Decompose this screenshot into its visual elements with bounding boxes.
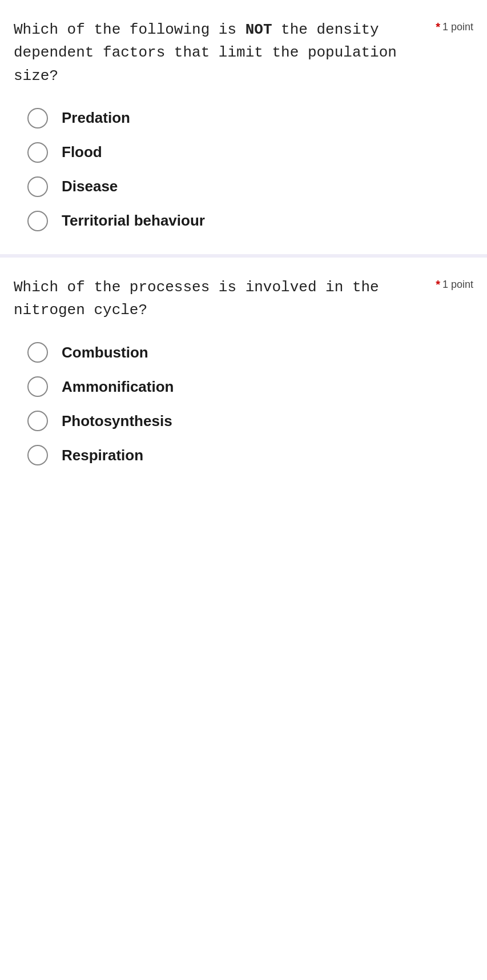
points-label-2: 1 point xyxy=(442,279,473,291)
option-q1-flood-label: Flood xyxy=(62,143,102,161)
radio-q1-disease[interactable] xyxy=(27,176,48,197)
question-2-points: * 1 point xyxy=(429,276,473,291)
required-star-2: * xyxy=(436,278,440,291)
option-q2-combustion-label: Combustion xyxy=(62,344,148,362)
radio-q1-flood[interactable] xyxy=(27,142,48,163)
question-1-not: NOT xyxy=(245,21,272,38)
question-1: Which of the following is NOT the densit… xyxy=(0,0,487,254)
question-2-options: Combustion Ammonification Photosynthesis… xyxy=(14,342,473,465)
option-q1-disease-label: Disease xyxy=(62,178,118,195)
option-q2-respiration[interactable]: Respiration xyxy=(27,445,473,465)
radio-q1-territorial[interactable] xyxy=(27,211,48,231)
radio-q2-ammonification[interactable] xyxy=(27,376,48,397)
radio-q2-respiration[interactable] xyxy=(27,445,48,465)
option-q2-respiration-label: Respiration xyxy=(62,447,143,464)
option-q2-photosynthesis-label: Photosynthesis xyxy=(62,412,172,430)
option-q1-territorial-label: Territorial behaviour xyxy=(62,212,205,230)
option-q2-combustion[interactable]: Combustion xyxy=(27,342,473,363)
question-1-text: Which of the following is NOT the densit… xyxy=(14,18,429,87)
required-star-1: * xyxy=(436,21,440,34)
question-2-header: Which of the processes is involved in th… xyxy=(14,276,473,322)
option-q2-photosynthesis[interactable]: Photosynthesis xyxy=(27,411,473,431)
question-1-options: Predation Flood Disease Territorial beha… xyxy=(14,108,473,231)
option-q1-predation-label: Predation xyxy=(62,109,130,127)
radio-q2-photosynthesis[interactable] xyxy=(27,411,48,431)
option-q1-flood[interactable]: Flood xyxy=(27,142,473,163)
question-2-text: Which of the processes is involved in th… xyxy=(14,276,429,322)
question-1-header: Which of the following is NOT the densit… xyxy=(14,18,473,87)
question-1-points: * 1 point xyxy=(429,18,473,34)
option-q2-ammonification[interactable]: Ammonification xyxy=(27,376,473,397)
option-q1-predation[interactable]: Predation xyxy=(27,108,473,128)
option-q1-disease[interactable]: Disease xyxy=(27,176,473,197)
radio-q1-predation[interactable] xyxy=(27,108,48,128)
option-q2-ammonification-label: Ammonification xyxy=(62,378,174,396)
points-label-1: 1 point xyxy=(442,21,473,33)
question-2: Which of the processes is involved in th… xyxy=(0,258,487,489)
radio-q2-combustion[interactable] xyxy=(27,342,48,363)
option-q1-territorial[interactable]: Territorial behaviour xyxy=(27,211,473,231)
